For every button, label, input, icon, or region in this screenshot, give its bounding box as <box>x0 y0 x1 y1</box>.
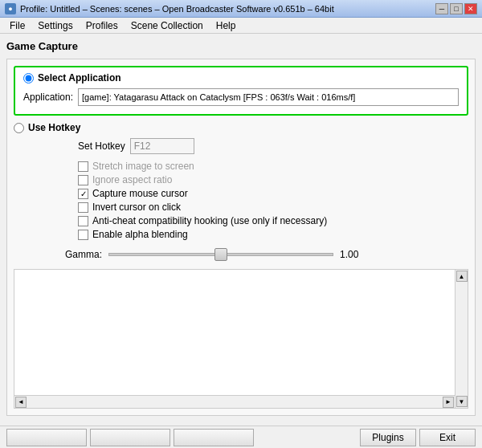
status-left-btn2[interactable] <box>90 429 170 446</box>
gamma-slider-track <box>108 253 333 256</box>
menu-profiles[interactable]: Profiles <box>80 18 125 33</box>
status-bar-left <box>6 429 357 446</box>
checkbox-anticheat-label: Anti-cheat compatibility hooking (use on… <box>92 215 327 226</box>
close-button[interactable]: ✕ <box>464 3 477 14</box>
checkbox-cursor-label: Capture mouse cursor <box>92 188 188 199</box>
settings-panel: Select Application Application: Use Hotk… <box>6 59 476 416</box>
select-app-label: Select Application <box>38 72 121 83</box>
checkbox-aspect-label: Ignore aspect ratio <box>92 174 172 185</box>
status-left-btn3[interactable] <box>174 429 254 446</box>
app-field[interactable] <box>78 88 459 106</box>
checkbox-anticheat: Anti-cheat compatibility hooking (use on… <box>78 215 468 226</box>
checkbox-alpha: Enable alpha blending <box>78 229 468 240</box>
set-hotkey-label: Set Hotkey <box>78 141 125 152</box>
use-hotkey-label: Use Hotkey <box>28 122 80 133</box>
checkbox-invert: Invert cursor on click <box>78 202 468 213</box>
checkbox-invert-label: Invert cursor on click <box>92 202 181 213</box>
app-label: Application: <box>23 92 73 103</box>
scroll-up-arrow[interactable]: ▲ <box>456 271 468 282</box>
use-hotkey-radio[interactable] <box>14 123 24 133</box>
minimize-button[interactable]: ─ <box>435 3 448 14</box>
checkbox-invert-box[interactable] <box>78 202 88 213</box>
use-hotkey-row: Use Hotkey <box>14 122 468 133</box>
menu-bar: File Settings Profiles Scene Collection … <box>0 18 482 34</box>
checkbox-stretch-label: Stretch image to screen <box>92 161 194 172</box>
select-app-radio-row: Select Application <box>23 72 459 83</box>
menu-scene-collection[interactable]: Scene Collection <box>125 18 210 33</box>
scroll-down-arrow[interactable]: ▼ <box>456 396 468 407</box>
hotkey-input[interactable] <box>130 138 194 154</box>
exit-button[interactable]: Exit <box>419 429 476 446</box>
checkbox-anticheat-box[interactable] <box>78 216 88 226</box>
select-app-section: Select Application Application: <box>14 66 468 116</box>
status-bar: Plugins Exit <box>0 426 482 448</box>
dialog-area: Game Capture Select Application Applicat… <box>0 34 482 426</box>
checkbox-cursor: ✓ Capture mouse cursor <box>78 188 468 199</box>
checkbox-alpha-box[interactable] <box>78 230 88 240</box>
gamma-row: Gamma: 1.00 <box>62 246 468 263</box>
window-controls: ─ □ ✕ <box>435 3 477 14</box>
gamma-label: Gamma: <box>62 249 102 260</box>
menu-settings[interactable]: Settings <box>31 18 79 33</box>
checkbox-stretch: Stretch image to screen <box>78 161 468 172</box>
checkboxes-section: Stretch image to screen Ignore aspect ra… <box>78 161 468 240</box>
dialog-title: Game Capture <box>6 40 476 52</box>
scroll-right-arrow[interactable]: ► <box>443 397 454 408</box>
maximize-button[interactable]: □ <box>450 3 463 14</box>
menu-help[interactable]: Help <box>210 18 243 33</box>
checkbox-cursor-box[interactable]: ✓ <box>78 189 88 199</box>
plugins-button[interactable]: Plugins <box>360 429 416 446</box>
status-left-btn1[interactable] <box>6 429 87 446</box>
checkbox-alpha-label: Enable alpha blending <box>92 229 188 240</box>
gamma-value: 1.00 <box>340 249 368 260</box>
checkbox-stretch-box[interactable] <box>78 161 88 172</box>
scroll-left-arrow[interactable]: ◄ <box>15 397 27 408</box>
checkbox-aspect: Ignore aspect ratio <box>78 174 468 185</box>
title-bar: ● Profile: Untitled – Scenes: scenes – O… <box>0 0 482 18</box>
app-row: Application: <box>23 88 459 106</box>
preview-area: ▲ ▼ ◄ ► <box>14 269 468 409</box>
gamma-slider-thumb[interactable] <box>214 248 227 261</box>
gamma-slider-container <box>108 246 333 263</box>
horizontal-scrollbar[interactable]: ◄ ► <box>14 395 455 408</box>
app-icon: ● <box>5 3 16 14</box>
hotkey-row: Set Hotkey <box>78 138 468 154</box>
select-app-radio[interactable] <box>23 73 34 83</box>
menu-file[interactable]: File <box>3 18 31 33</box>
vertical-scrollbar[interactable]: ▲ ▼ <box>455 270 468 408</box>
main-content: Game Capture Select Application Applicat… <box>0 34 482 448</box>
window-title: Profile: Untitled – Scenes: scenes – Ope… <box>20 4 334 14</box>
checkbox-aspect-box[interactable] <box>78 175 88 185</box>
